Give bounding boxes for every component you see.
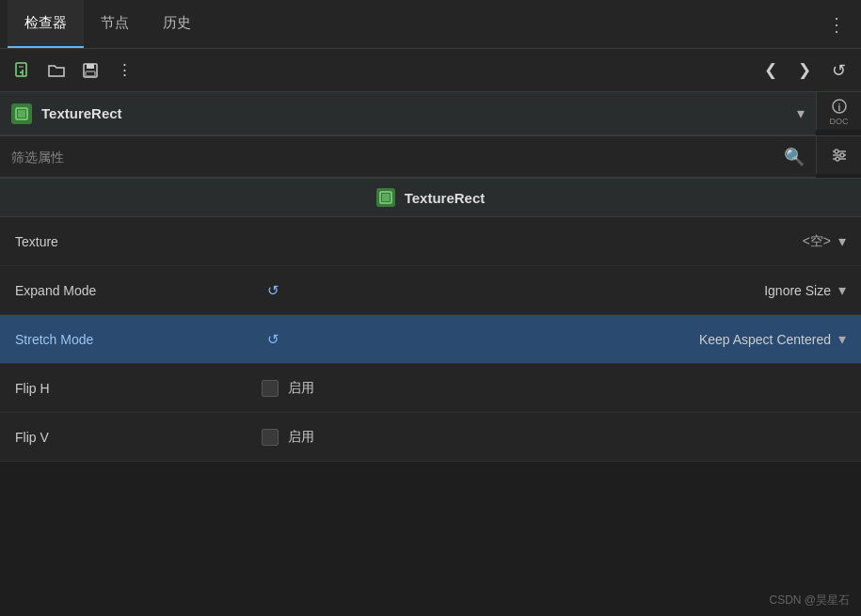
prop-label-flip-h: Flip H bbox=[0, 381, 254, 396]
forward-icon[interactable]: ❯ bbox=[791, 57, 818, 84]
node-selector: TextureRect ▾ bbox=[0, 92, 816, 135]
prop-value-flip-v: 启用 bbox=[254, 429, 861, 446]
flip-h-checkbox[interactable] bbox=[262, 380, 279, 397]
node-dropdown-arrow[interactable]: ▾ bbox=[797, 104, 805, 122]
section-header-icon bbox=[376, 188, 395, 207]
expand-mode-dropdown-arrow[interactable]: ▾ bbox=[838, 281, 846, 299]
back-icon[interactable]: ❮ bbox=[757, 57, 784, 84]
prop-value-expand-mode[interactable]: ↺ Ignore Size ▾ bbox=[254, 279, 861, 302]
open-folder-icon[interactable] bbox=[43, 57, 70, 84]
svg-point-14 bbox=[835, 150, 838, 153]
prop-text-stretch-mode: Keep Aspect Centered bbox=[292, 332, 831, 347]
property-row-stretch-mode: Stretch Mode ↺ Keep Aspect Centered ▾ bbox=[0, 315, 861, 364]
watermark: CSDN @昊星石 bbox=[769, 592, 850, 608]
prop-label-expand-mode: Expand Mode bbox=[0, 283, 254, 298]
property-row-texture: Texture <空> ▾ bbox=[0, 217, 861, 266]
flip-h-checkbox-area: 启用 bbox=[262, 380, 314, 397]
node-name-label: TextureRect bbox=[41, 105, 797, 121]
tab-inspector[interactable]: 检查器 bbox=[8, 0, 84, 48]
filter-input[interactable] bbox=[11, 150, 776, 165]
svg-text:i: i bbox=[837, 103, 840, 113]
prop-label-stretch-mode: Stretch Mode bbox=[0, 332, 254, 347]
svg-rect-6 bbox=[86, 71, 95, 76]
tab-nodes[interactable]: 节点 bbox=[84, 0, 146, 48]
prop-text-expand-mode: Ignore Size bbox=[292, 283, 831, 298]
prop-value-stretch-mode[interactable]: ↺ Keep Aspect Centered ▾ bbox=[254, 328, 861, 351]
node-type-icon bbox=[11, 103, 32, 124]
prop-value-flip-h: 启用 bbox=[254, 380, 861, 397]
undo-icon[interactable]: ↺ bbox=[825, 57, 852, 84]
flip-h-label: 启用 bbox=[288, 380, 314, 397]
svg-rect-0 bbox=[16, 63, 26, 76]
tab-more-button[interactable]: ⋮ bbox=[820, 9, 853, 39]
svg-rect-5 bbox=[87, 64, 94, 69]
svg-rect-18 bbox=[382, 194, 390, 201]
prop-text-texture: <空> bbox=[262, 233, 831, 250]
more-options-icon[interactable]: ⋮ bbox=[111, 57, 137, 84]
prop-value-texture[interactable]: <空> ▾ bbox=[254, 232, 861, 250]
properties-area: TextureRect Texture <空> ▾ Expand Mode ↺ … bbox=[0, 179, 861, 462]
doc-label: DOC bbox=[830, 117, 849, 126]
property-row-flip-h: Flip H 启用 bbox=[0, 364, 861, 413]
tab-history[interactable]: 历史 bbox=[146, 0, 208, 48]
doc-button[interactable]: i DOC bbox=[816, 92, 861, 130]
new-file-icon[interactable] bbox=[9, 57, 36, 84]
toolbar-right: ❮ ❯ ↺ bbox=[757, 57, 852, 84]
section-title: TextureRect bbox=[405, 190, 486, 206]
toolbar: ⋮ ❮ ❯ ↺ bbox=[0, 49, 861, 92]
stretch-mode-reset-icon[interactable]: ↺ bbox=[262, 328, 284, 351]
stretch-mode-dropdown-arrow[interactable]: ▾ bbox=[838, 330, 846, 348]
svg-rect-8 bbox=[18, 110, 25, 118]
prop-label-texture: Texture bbox=[0, 234, 254, 249]
expand-mode-reset-icon[interactable]: ↺ bbox=[262, 279, 284, 302]
save-icon[interactable] bbox=[77, 57, 104, 84]
flip-v-label: 启用 bbox=[288, 429, 314, 446]
property-row-expand-mode: Expand Mode ↺ Ignore Size ▾ bbox=[0, 266, 861, 315]
flip-v-checkbox[interactable] bbox=[262, 429, 279, 446]
flip-v-checkbox-area: 启用 bbox=[262, 429, 314, 446]
search-icon[interactable]: 🔍 bbox=[784, 147, 805, 167]
filter-row: 🔍 bbox=[0, 136, 816, 178]
filter-settings-icon[interactable] bbox=[816, 136, 861, 174]
property-row-flip-v: Flip V 启用 bbox=[0, 413, 861, 462]
tab-bar: 检查器 节点 历史 ⋮ bbox=[0, 0, 861, 49]
section-header: TextureRect bbox=[0, 179, 861, 217]
svg-point-15 bbox=[840, 153, 844, 157]
prop-label-flip-v: Flip V bbox=[0, 430, 254, 445]
texture-dropdown-arrow[interactable]: ▾ bbox=[838, 232, 846, 250]
svg-point-16 bbox=[836, 157, 839, 161]
